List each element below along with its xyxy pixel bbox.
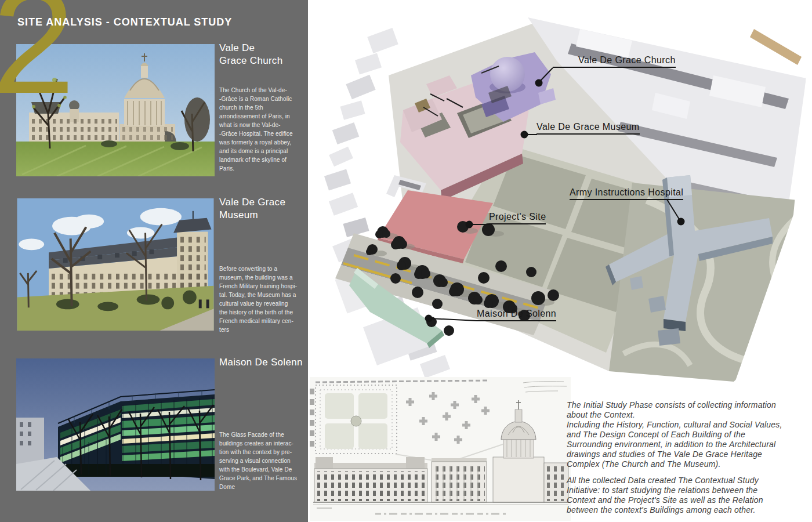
- sidebar: Vale De Grace Church The Church of the V…: [0, 0, 308, 522]
- page-title: SITE ANALYSIS - CONTEXTUAL STUDY: [17, 16, 232, 28]
- collected-data-paragraph: All the collected Data created The Conte…: [567, 476, 812, 515]
- historic-engraving: [309, 376, 572, 522]
- photo-vale-de-grace-museum: [16, 198, 215, 331]
- leader-dot: [535, 79, 543, 87]
- section-heading-maison: Maison De Solenn: [219, 356, 303, 369]
- section-body-church: The Church of the Val-de- -Grâce is a Ro…: [219, 86, 307, 173]
- photo-vale-de-grace-church: [16, 44, 215, 176]
- leader-dot: [466, 221, 473, 229]
- leader-dot: [425, 315, 433, 322]
- section-heading-museum: Vale De Grace Museum: [219, 196, 285, 222]
- map-label-church: Vale De Grace Church: [553, 55, 676, 68]
- presentation-board: Vale De Grace Church The Church of the V…: [0, 0, 812, 522]
- leader-dot: [677, 218, 685, 226]
- map-label-hospital: Army Instructions Hospital: [570, 187, 683, 200]
- map-label-maison: Maison De Solenn: [477, 309, 556, 321]
- leader-dot: [521, 131, 528, 139]
- section-body-maison: The Glass Facade of the buildings create…: [219, 430, 307, 491]
- map-label-museum: Vale De Grace Museum: [536, 122, 640, 135]
- photo-maison-de-solenn: [16, 358, 215, 491]
- section-body-museum: Before converting to a museum, the build…: [219, 264, 307, 334]
- map-label-project-site: Project's Site: [489, 212, 546, 224]
- section-heading-church: Vale De Grace Church: [219, 42, 282, 67]
- study-phase-paragraph: The Initial Study Phase consists of coll…: [567, 400, 812, 470]
